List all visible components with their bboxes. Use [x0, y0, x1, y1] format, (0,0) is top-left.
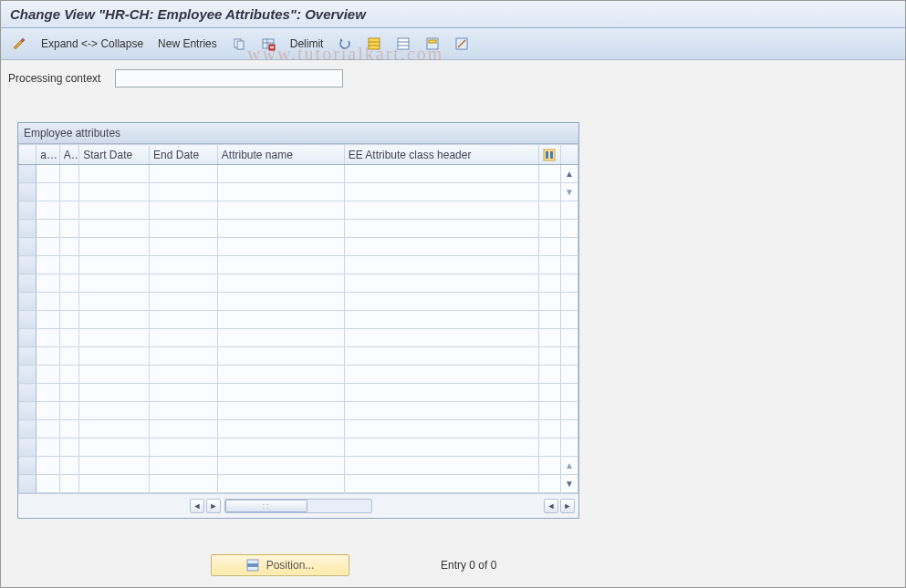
table-row[interactable]: ▼ — [19, 183, 578, 201]
table-cell[interactable] — [217, 420, 344, 438]
table-row[interactable] — [19, 329, 578, 347]
table-cell[interactable] — [150, 457, 218, 475]
table-cell[interactable] — [79, 183, 150, 201]
table-row[interactable]: ▲ — [19, 165, 578, 183]
table-cell[interactable] — [344, 183, 539, 201]
row-select-cell[interactable] — [19, 420, 36, 438]
table-cell[interactable] — [36, 165, 60, 183]
table-cell[interactable] — [217, 183, 344, 201]
table-cell[interactable] — [79, 329, 150, 347]
row-select-cell[interactable] — [19, 238, 36, 256]
table-cell[interactable] — [217, 274, 344, 293]
table-cell[interactable] — [150, 220, 218, 238]
vscroll-up-indicator[interactable]: ▲ — [560, 457, 578, 475]
table-cell[interactable] — [59, 438, 78, 457]
table-cell[interactable] — [79, 457, 150, 475]
table-cell[interactable] — [79, 311, 150, 329]
table-row[interactable]: ▼ — [19, 475, 578, 493]
table-cell[interactable] — [59, 457, 78, 475]
row-select-cell[interactable] — [19, 457, 36, 475]
table-cell[interactable] — [217, 384, 344, 402]
table-cell[interactable] — [344, 384, 539, 402]
expand-collapse-button[interactable]: Expand <-> Collapse — [36, 36, 149, 52]
table-cell[interactable] — [79, 238, 150, 256]
table-cell[interactable] — [36, 201, 60, 220]
row-select-cell[interactable] — [19, 274, 36, 293]
table-row[interactable] — [19, 293, 578, 311]
table-cell[interactable] — [59, 238, 78, 256]
table-cell[interactable] — [36, 256, 60, 274]
row-select-cell[interactable] — [19, 201, 36, 220]
undo-button[interactable] — [332, 35, 358, 53]
table-cell[interactable] — [150, 165, 218, 183]
table-cell[interactable] — [150, 402, 218, 420]
table-row[interactable] — [19, 402, 578, 420]
table-cell[interactable] — [150, 366, 218, 384]
row-select-cell[interactable] — [19, 475, 36, 493]
column-header-start-date[interactable]: Start Date — [79, 145, 150, 165]
deselect-all-button[interactable] — [391, 35, 416, 53]
table-config-button[interactable] — [539, 145, 560, 165]
table-cell[interactable] — [344, 256, 539, 274]
column-header-a2[interactable]: A.. — [59, 145, 78, 165]
table-cell[interactable] — [79, 220, 150, 238]
table-cell[interactable] — [59, 274, 78, 293]
hscroll-right-arrow[interactable]: ► — [206, 499, 221, 513]
employee-attributes-table[interactable]: a... A.. Start Date End Date Attribute n… — [18, 144, 578, 493]
copy-button[interactable] — [226, 35, 252, 53]
table-cell[interactable] — [79, 165, 150, 183]
position-button[interactable]: Position... — [211, 554, 349, 576]
table-row[interactable] — [19, 201, 578, 220]
table-cell[interactable] — [36, 329, 60, 347]
table-cell[interactable] — [217, 311, 344, 329]
table-cell[interactable] — [150, 256, 218, 274]
delete-button[interactable] — [255, 35, 281, 53]
vscroll-down-arrow[interactable]: ▼ — [560, 475, 578, 493]
table-cell[interactable] — [150, 311, 218, 329]
table-cell[interactable] — [36, 238, 60, 256]
table-cell[interactable] — [79, 201, 150, 220]
table-cell[interactable] — [59, 220, 78, 238]
table-cell[interactable] — [344, 402, 539, 420]
table-cell[interactable] — [344, 475, 539, 493]
hscroll-left-arrow[interactable]: ◄ — [190, 499, 204, 513]
table-cell[interactable] — [217, 165, 344, 183]
row-select-cell[interactable] — [19, 256, 36, 274]
table-row[interactable] — [19, 438, 578, 457]
table-cell[interactable] — [344, 201, 539, 220]
table-cell[interactable] — [36, 402, 60, 420]
table-cell[interactable] — [36, 220, 60, 238]
table-cell[interactable] — [36, 311, 60, 329]
table-cell[interactable] — [36, 457, 60, 475]
table-cell[interactable] — [217, 220, 344, 238]
column-header-a1[interactable]: a... — [36, 145, 60, 165]
table-row[interactable] — [19, 238, 578, 256]
table-cell[interactable] — [59, 420, 78, 438]
row-select-cell[interactable] — [19, 293, 36, 311]
table-cell[interactable] — [217, 347, 344, 366]
table-cell[interactable] — [344, 311, 539, 329]
table-cell[interactable] — [150, 274, 218, 293]
table-row[interactable] — [19, 420, 578, 438]
table-cell[interactable] — [217, 256, 344, 274]
vscroll-up-arrow[interactable]: ▲ — [560, 165, 578, 183]
table-cell[interactable] — [344, 274, 539, 293]
table-cell[interactable] — [79, 347, 150, 366]
hscroll-track[interactable] — [224, 499, 372, 513]
table-cell[interactable] — [217, 329, 344, 347]
table-cell[interactable] — [36, 384, 60, 402]
table-cell[interactable] — [59, 183, 78, 201]
row-select-cell[interactable] — [19, 329, 36, 347]
table-row[interactable] — [19, 274, 578, 293]
table-cell[interactable] — [344, 420, 539, 438]
table-row[interactable] — [19, 220, 578, 238]
table-row[interactable] — [19, 366, 578, 384]
column-header-attribute-name[interactable]: Attribute name — [217, 145, 344, 165]
table-cell[interactable] — [217, 475, 344, 493]
column-header-select[interactable] — [19, 145, 36, 165]
table-cell[interactable] — [79, 384, 150, 402]
table-cell[interactable] — [150, 329, 218, 347]
table-cell[interactable] — [36, 347, 60, 366]
table-cell[interactable] — [79, 475, 150, 493]
table-row[interactable]: ▲ — [19, 457, 578, 475]
